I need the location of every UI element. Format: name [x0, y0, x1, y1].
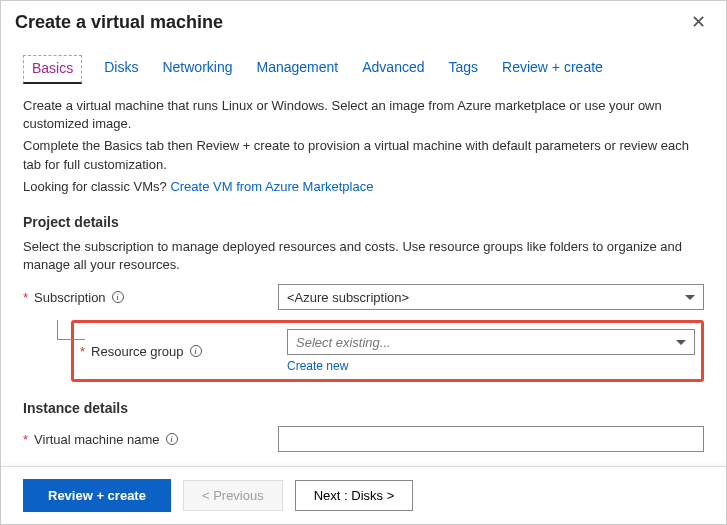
chevron-down-icon	[676, 340, 686, 345]
tab-bar: Basics Disks Networking Management Advan…	[23, 55, 704, 85]
subscription-label: * Subscription i	[23, 290, 278, 305]
subscription-row: * Subscription i <Azure subscription>	[23, 284, 704, 310]
info-icon[interactable]: i	[190, 345, 202, 357]
resource-group-select[interactable]: Select existing...	[287, 329, 695, 355]
project-details-title: Project details	[23, 214, 704, 230]
info-icon[interactable]: i	[166, 433, 178, 445]
create-vm-panel: Create a virtual machine ✕ Basics Disks …	[0, 0, 727, 525]
wizard-footer: Review + create < Previous Next : Disks …	[1, 466, 726, 524]
intro-line1: Create a virtual machine that runs Linux…	[23, 97, 704, 133]
tab-networking[interactable]: Networking	[160, 55, 234, 84]
panel-header: Create a virtual machine ✕	[1, 1, 726, 41]
page-title: Create a virtual machine	[15, 12, 223, 33]
marketplace-link[interactable]: Create VM from Azure Marketplace	[170, 179, 373, 194]
resource-group-block: * Resource group i Select existing... Cr…	[23, 320, 704, 382]
close-icon[interactable]: ✕	[685, 9, 712, 35]
subscription-value: <Azure subscription>	[287, 290, 409, 305]
instance-details-title: Instance details	[23, 400, 704, 416]
required-icon: *	[23, 290, 28, 305]
vm-name-label: * Virtual machine name i	[23, 432, 278, 447]
tab-management[interactable]: Management	[255, 55, 341, 84]
tab-tags[interactable]: Tags	[447, 55, 481, 84]
info-icon[interactable]: i	[112, 291, 124, 303]
required-icon: *	[80, 344, 85, 359]
resource-group-label: * Resource group i	[80, 344, 287, 359]
previous-button: < Previous	[183, 480, 283, 511]
resource-group-placeholder: Select existing...	[296, 335, 391, 350]
next-button[interactable]: Next : Disks >	[295, 480, 414, 511]
chevron-down-icon	[685, 295, 695, 300]
tab-basics[interactable]: Basics	[23, 55, 82, 84]
vm-name-row: * Virtual machine name i	[23, 426, 704, 452]
required-icon: *	[23, 432, 28, 447]
review-create-button[interactable]: Review + create	[23, 479, 171, 512]
create-new-link[interactable]: Create new	[287, 359, 695, 373]
tab-disks[interactable]: Disks	[102, 55, 140, 84]
subscription-select[interactable]: <Azure subscription>	[278, 284, 704, 310]
project-details-desc: Select the subscription to manage deploy…	[23, 238, 704, 274]
tab-advanced[interactable]: Advanced	[360, 55, 426, 84]
intro-line2: Complete the Basics tab then Review + cr…	[23, 137, 704, 173]
resource-group-row: * Resource group i Select existing... Cr…	[80, 329, 695, 373]
tab-review[interactable]: Review + create	[500, 55, 605, 84]
content-scroll: Basics Disks Networking Management Advan…	[1, 41, 726, 466]
resource-group-highlight: * Resource group i Select existing... Cr…	[71, 320, 704, 382]
tree-connector	[57, 320, 85, 340]
intro-line3: Looking for classic VMs? Create VM from …	[23, 178, 704, 196]
vm-name-input[interactable]	[278, 426, 704, 452]
